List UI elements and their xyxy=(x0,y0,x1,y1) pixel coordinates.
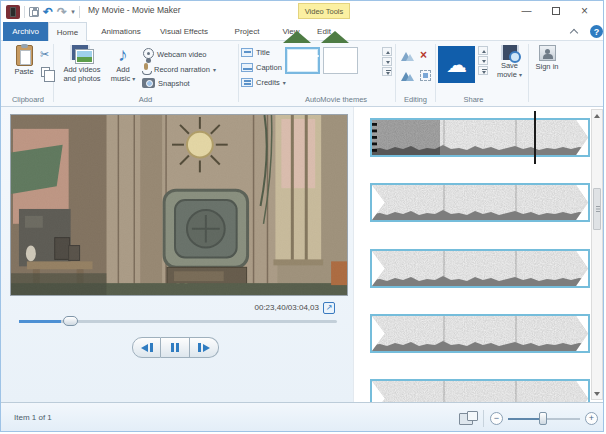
add-videos-button[interactable]: Add videos and photos xyxy=(58,45,106,83)
theme-gallery-scroll xyxy=(382,47,392,76)
clip-row-2[interactable] xyxy=(370,183,590,222)
transport-controls xyxy=(132,337,219,358)
pause-icon xyxy=(176,343,179,352)
caption-button[interactable]: Caption xyxy=(241,63,282,72)
window-controls: — × xyxy=(512,1,599,20)
onedrive-share-button[interactable]: ☁ xyxy=(438,46,475,83)
quick-access-toolbar: ↶ ↷ ▾ xyxy=(6,4,80,19)
title-button[interactable]: Title xyxy=(241,48,270,57)
snapshot-label: Snapshot xyxy=(158,79,190,88)
gallery-scroll-down-button[interactable] xyxy=(382,57,392,66)
tab-project[interactable]: Project xyxy=(225,22,269,41)
zoom-slider-thumb[interactable] xyxy=(539,412,547,425)
rotate-left-button[interactable] xyxy=(401,50,414,61)
qat-dropdown-button[interactable]: ▾ xyxy=(71,8,75,16)
triangle-up-icon xyxy=(482,50,486,53)
undo-button[interactable]: ↶ xyxy=(43,6,53,18)
remove-button[interactable]: × xyxy=(420,50,427,61)
clip-row-3[interactable] xyxy=(370,249,590,288)
gallery-more-icon xyxy=(482,69,487,71)
video-tools-label: Video Tools xyxy=(298,3,350,19)
app-icon[interactable] xyxy=(6,5,20,19)
share-group-label: Share xyxy=(431,95,516,104)
rotate-right-icon xyxy=(401,70,414,81)
redo-button[interactable]: ↷ xyxy=(57,6,67,18)
music-note-icon: ♪ xyxy=(118,45,128,64)
clip-row-4[interactable] xyxy=(370,314,590,353)
tab-visual-effects[interactable]: Visual Effects xyxy=(151,22,217,41)
select-all-button[interactable] xyxy=(420,70,431,81)
fullscreen-button[interactable]: ↗ xyxy=(323,302,335,314)
add-music-button[interactable]: ♪ Add music ▾ xyxy=(107,45,139,83)
playhead[interactable] xyxy=(534,111,536,164)
scroll-up-button[interactable] xyxy=(592,110,602,121)
clipboard-icon xyxy=(16,45,33,66)
tab-archivo[interactable]: Archivo xyxy=(3,22,48,41)
thumbnail-size-button[interactable] xyxy=(459,411,477,425)
share-gallery-scroll xyxy=(478,46,488,75)
credits-label: Credits xyxy=(256,78,280,87)
triangle-down-icon xyxy=(386,61,390,64)
onedrive-cloud-icon: ☁ xyxy=(446,54,467,75)
title-icon xyxy=(241,48,253,57)
gallery-scroll-up-button[interactable] xyxy=(382,47,392,56)
snapshot-button[interactable]: Snapshot xyxy=(142,78,190,88)
rotate-left-icon xyxy=(401,50,414,61)
credits-icon xyxy=(241,78,253,87)
paste-label: Paste xyxy=(14,68,33,77)
tab-animations[interactable]: Animations xyxy=(93,22,149,41)
timeline-scrollbar[interactable] xyxy=(591,109,603,400)
movie-maker-window: ↶ ↷ ▾ My Movie - Movie Maker Video Tools… xyxy=(0,0,604,432)
share-scroll-down-button[interactable] xyxy=(478,56,488,65)
videos-photos-icon xyxy=(70,45,94,64)
theme-thumbnail[interactable] xyxy=(323,47,358,74)
pause-button[interactable] xyxy=(161,337,190,358)
previous-frame-icon xyxy=(141,344,148,352)
automovie-group-label: AutoMovie themes xyxy=(256,95,416,104)
remove-icon: × xyxy=(420,50,427,61)
gallery-more-button[interactable] xyxy=(382,67,392,76)
seek-slider[interactable] xyxy=(19,320,337,323)
zoom-out-button[interactable]: − xyxy=(490,412,503,425)
save-button[interactable] xyxy=(29,7,39,17)
share-more-button[interactable] xyxy=(478,66,488,75)
camera-icon xyxy=(142,78,155,88)
dropdown-icon: ▾ xyxy=(132,76,135,82)
close-button[interactable]: × xyxy=(570,1,599,20)
record-narration-button[interactable]: Record narration ▾ xyxy=(142,63,216,75)
rotate-right-button[interactable] xyxy=(401,70,414,81)
group-divider xyxy=(395,44,396,102)
next-frame-icon xyxy=(203,344,210,352)
triangle-up-icon xyxy=(594,114,600,118)
copy-button[interactable] xyxy=(41,67,50,77)
seek-thumb[interactable] xyxy=(63,316,78,326)
maximize-button[interactable] xyxy=(541,1,570,20)
add-group-label: Add xyxy=(53,95,238,104)
cut-button[interactable]: ✂ xyxy=(40,49,49,60)
paste-button[interactable]: Paste xyxy=(9,45,39,77)
clip-row-5[interactable] xyxy=(370,379,590,402)
next-frame-button[interactable] xyxy=(190,337,219,358)
window-title: My Movie - Movie Maker xyxy=(88,5,181,15)
tab-home[interactable]: Home xyxy=(48,22,87,41)
zoom-in-button[interactable]: + xyxy=(585,412,598,425)
theme-thumbnail-selected[interactable] xyxy=(285,47,320,74)
scrollbar-thumb[interactable] xyxy=(593,188,601,230)
minimize-button[interactable]: — xyxy=(512,1,541,20)
video-preview[interactable] xyxy=(10,114,348,296)
save-movie-button[interactable]: Save movie ▾ xyxy=(493,45,526,79)
share-scroll-up-button[interactable] xyxy=(478,46,488,55)
triangle-down-icon xyxy=(482,60,486,63)
previous-frame-button[interactable] xyxy=(132,337,161,358)
clip-row-1[interactable] xyxy=(370,118,590,157)
title-label: Title xyxy=(256,48,270,57)
sign-in-button[interactable]: Sign in xyxy=(534,45,560,72)
help-button[interactable]: ? xyxy=(590,25,603,38)
credits-button[interactable]: Credits ▾ xyxy=(241,78,286,87)
webcam-video-button[interactable]: Webcam video xyxy=(142,48,206,61)
select-all-icon xyxy=(420,70,431,81)
scissors-icon: ✂ xyxy=(40,49,49,60)
seek-progress xyxy=(19,320,61,323)
dropdown-icon: ▾ xyxy=(213,66,216,73)
scroll-down-button[interactable] xyxy=(592,388,602,399)
